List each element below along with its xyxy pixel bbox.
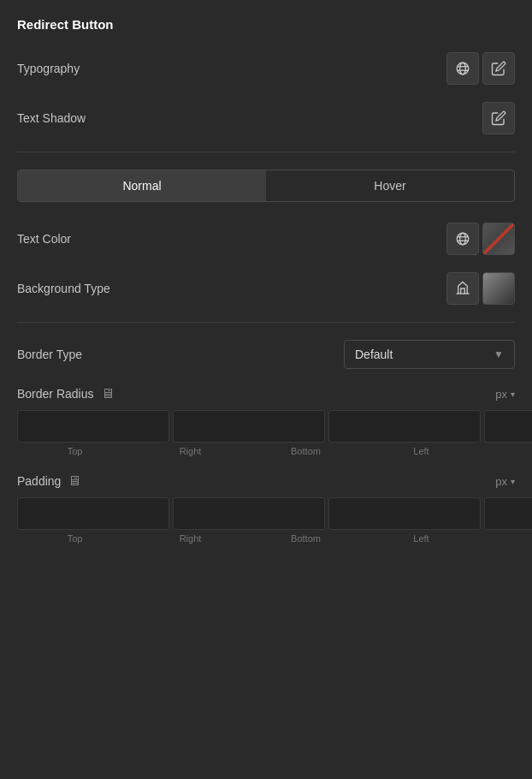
sublabel-right-p: Right: [133, 533, 248, 544]
text-color-row: Text Color: [17, 223, 515, 255]
padding-sublabels: Top Right Bottom Left: [17, 533, 515, 544]
text-shadow-controls: [482, 102, 515, 134]
sublabel-bottom-br: Bottom: [248, 446, 364, 456]
typography-label: Typography: [17, 62, 80, 75]
border-radius-header: Border Radius 🖥 px ▾: [17, 386, 515, 401]
border-radius-top-input[interactable]: [17, 410, 169, 443]
padding-section: Padding 🖥 px ▾ Top Right Bottom: [17, 473, 515, 544]
padding-right-input[interactable]: [173, 497, 325, 530]
tab-normal[interactable]: Normal: [18, 170, 266, 201]
paint-icon: [455, 281, 470, 296]
border-radius-sublabels: Top Right Bottom Left: [17, 446, 515, 456]
globe-icon: [455, 61, 470, 76]
sublabel-bottom-p: Bottom: [248, 533, 364, 544]
border-radius-left-input[interactable]: [484, 410, 532, 443]
border-radius-responsive-icon[interactable]: 🖥: [101, 386, 115, 401]
padding-unit-selector[interactable]: px ▾: [495, 475, 515, 488]
svg-point-5: [460, 233, 466, 245]
background-type-controls: [446, 272, 515, 305]
typography-controls: [446, 52, 515, 85]
edit-typography-btn[interactable]: [482, 52, 515, 85]
padding-bottom-input[interactable]: [328, 497, 481, 530]
state-toggle: Normal Hover: [17, 169, 515, 202]
padding-unit: px: [495, 475, 507, 488]
border-type-value: Default: [355, 348, 393, 361]
padding-responsive-icon[interactable]: 🖥: [68, 473, 81, 489]
text-color-label: Text Color: [17, 232, 71, 246]
border-radius-label: Border Radius: [17, 387, 94, 401]
divider-1: [17, 152, 515, 152]
border-radius-right-input[interactable]: [173, 410, 325, 443]
border-type-row: Border Type Default ▼: [17, 340, 515, 369]
padding-left-input[interactable]: [484, 497, 532, 530]
sublabel-right-br: Right: [133, 446, 248, 456]
text-color-swatch[interactable]: [482, 223, 515, 255]
border-radius-inputs: [17, 410, 515, 443]
svg-point-1: [460, 62, 466, 74]
padding-inputs: [17, 497, 515, 530]
pencil-icon: [491, 61, 506, 76]
sublabel-left-p: Left: [364, 533, 479, 544]
background-type-label: Background Type: [17, 282, 110, 295]
padding-label: Padding: [17, 474, 61, 488]
sublabel-left-br: Left: [364, 446, 479, 456]
background-paint-btn[interactable]: [446, 272, 479, 305]
text-shadow-label: Text Shadow: [17, 111, 86, 125]
text-color-controls: [446, 223, 515, 255]
pencil-shadow-icon: [491, 110, 506, 126]
padding-header: Padding 🖥 px ▾: [17, 473, 515, 489]
unit-chevron-icon: ▾: [511, 390, 515, 399]
padding-label-group: Padding 🖥: [17, 473, 81, 489]
global-icon-btn[interactable]: [446, 52, 479, 85]
border-radius-unit-selector[interactable]: px ▾: [495, 388, 515, 401]
border-radius-label-group: Border Radius 🖥: [17, 386, 115, 401]
border-radius-unit: px: [495, 388, 507, 401]
padding-unit-chevron-icon: ▾: [511, 477, 515, 486]
sublabel-top-p: Top: [17, 533, 133, 544]
globe-text-color-icon: [455, 231, 470, 247]
border-type-dropdown[interactable]: Default ▼: [344, 340, 515, 369]
tab-hover[interactable]: Hover: [266, 170, 514, 201]
border-radius-section: Border Radius 🖥 px ▾ Top Right Bot: [17, 386, 515, 456]
global-text-color-btn[interactable]: [446, 223, 479, 255]
divider-2: [17, 322, 515, 323]
border-radius-bottom-input[interactable]: [328, 410, 481, 443]
text-shadow-row: Text Shadow: [17, 102, 515, 134]
dropdown-arrow-icon: ▼: [494, 348, 504, 360]
padding-top-input[interactable]: [17, 497, 169, 530]
background-gradient-swatch[interactable]: [482, 272, 515, 305]
background-type-row: Background Type: [17, 272, 515, 305]
typography-row: Typography: [17, 52, 515, 85]
sublabel-top-br: Top: [17, 446, 133, 456]
svg-point-0: [457, 62, 469, 74]
settings-panel: Redirect Button Typography Text Sha: [0, 0, 532, 578]
panel-title: Redirect Button: [17, 17, 515, 32]
svg-point-4: [457, 233, 469, 245]
edit-text-shadow-btn[interactable]: [482, 102, 515, 134]
border-type-label: Border Type: [17, 348, 82, 361]
